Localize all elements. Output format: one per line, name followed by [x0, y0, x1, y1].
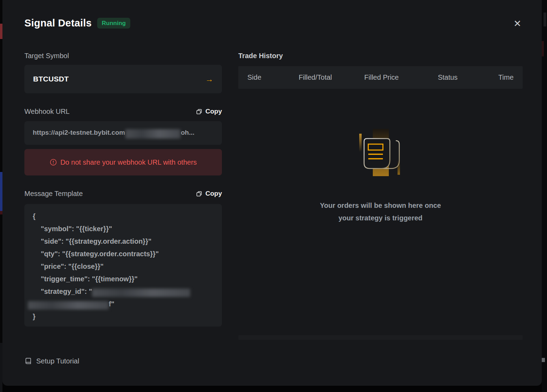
message-template-code: { "symbol": "{{ticker}}" "side": "{{stra…: [24, 204, 222, 327]
code-line: "strategy_id": ": [33, 285, 214, 298]
arrow-right-icon: →: [205, 75, 213, 84]
background-fragment: [0, 24, 2, 39]
code-line: }: [33, 310, 214, 323]
copy-label: Copy: [206, 190, 222, 197]
setup-tutorial-link[interactable]: Setup Tutorial: [24, 357, 79, 365]
trade-history-header-row: Side Filled/Total Filled Price Status Ti…: [238, 66, 523, 89]
copy-label: Copy: [206, 108, 222, 115]
page-background: Signal Details Running ✕ Target Symbol B…: [0, 0, 547, 392]
code-line: "symbol": "{{ticker}}": [33, 222, 214, 235]
redacted-strategy-id: [28, 301, 109, 309]
copy-webhook-url-button[interactable]: Copy: [196, 108, 222, 115]
status-badge: Running: [97, 18, 130, 29]
empty-orders-line2: your strategy is triggered: [238, 212, 523, 224]
webhook-warning-banner: Do not share your webhook URL with other…: [24, 149, 222, 175]
code-line: f": [28, 298, 214, 310]
background-fragment: [542, 41, 544, 56]
copy-icon: [196, 108, 202, 115]
webhook-url-text: https://api2-testnet.bybit.comoh...: [33, 129, 194, 137]
setup-tutorial-label: Setup Tutorial: [36, 357, 79, 365]
page-title: Signal Details: [24, 17, 92, 29]
background-fragment: [0, 343, 2, 392]
column-header-filled-total: Filled/Total: [286, 73, 345, 81]
trade-history-column: Trade History Side Filled/Total Filled P…: [238, 52, 523, 224]
code-line: "trigger_time": "{{timenow}}": [33, 273, 214, 285]
redacted-url-segment: [125, 129, 180, 139]
webhook-url-value: https://api2-testnet.bybit.comoh...: [24, 121, 222, 145]
code-line: "qty": "{{strategy.order.contracts}}": [33, 248, 214, 260]
target-symbol-value: BTCUSDT: [33, 75, 69, 83]
copy-icon: [196, 190, 202, 197]
webhook-warning-text: Do not share your webhook URL with other…: [60, 158, 197, 166]
target-symbol-selector[interactable]: BTCUSDT →: [24, 65, 222, 93]
background-fragment: [0, 172, 2, 211]
background-fragment: [542, 358, 545, 362]
background-page-right-edge: [542, 0, 547, 392]
message-template-row: Message Template Copy: [24, 189, 222, 198]
redacted-strategy-id: [92, 289, 190, 297]
target-symbol-label: Target Symbol: [24, 52, 222, 60]
code-line: "side": "{{strategy.order.action}}": [33, 235, 214, 248]
empty-orders-line1: Your orders will be shown here once: [238, 199, 523, 212]
background-fragment: [0, 211, 2, 214]
background-fragment: [544, 13, 546, 26]
message-template-label: Message Template: [24, 189, 83, 198]
background-page-left-edge: [0, 0, 2, 392]
webhook-url-row: Webhook URL Copy: [24, 107, 222, 116]
column-header-filled-price: Filled Price: [345, 73, 418, 81]
empty-orders-illustration: [238, 126, 523, 178]
close-button[interactable]: ✕: [510, 17, 524, 30]
column-header-status: Status: [418, 73, 477, 81]
signal-config-column: Target Symbol BTCUSDT → Webhook URL Copy: [24, 52, 222, 365]
webhook-url-label: Webhook URL: [24, 107, 70, 116]
table-footer-band: [238, 335, 523, 340]
column-header-time: Time: [477, 73, 514, 81]
trade-history-title: Trade History: [238, 52, 523, 60]
empty-orders-message: Your orders will be shown here once your…: [238, 199, 523, 224]
alert-icon: [49, 158, 57, 166]
copy-template-button[interactable]: Copy: [196, 190, 222, 197]
code-line: {: [33, 210, 214, 222]
close-icon: ✕: [514, 18, 522, 29]
signal-details-modal: Signal Details Running ✕ Target Symbol B…: [2, 0, 542, 386]
column-header-side: Side: [247, 73, 286, 81]
modal-header: Signal Details Running: [24, 17, 130, 29]
code-line: "price": "{{close}}": [33, 260, 214, 273]
book-icon: [24, 357, 32, 365]
